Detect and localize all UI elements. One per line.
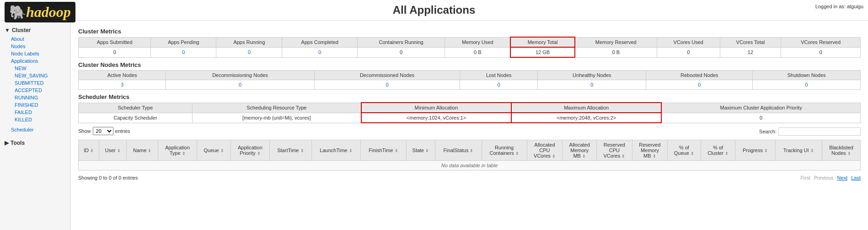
sort-trackingui-icon: ⇕ [810,148,814,153]
col-decommissioned-nodes: Decommissioned Nodes [314,71,460,80]
scheduler-metrics-title: Scheduler Metrics [78,93,861,100]
cluster-section-title[interactable]: ▼ Cluster [0,25,70,35]
val-apps-pending: 0 [151,47,216,57]
col-apps-completed: Apps Completed [282,37,358,47]
show-entries-row: Show 10 20 50 100 entries [78,127,130,135]
val-maximum-allocation: <memory:2048, vCores:2> [511,113,661,123]
scheduler-metrics-table: Scheduler Type Scheduling Resource Type … [78,102,861,123]
search-row: Search: [759,127,861,136]
sidebar-item-finished[interactable]: FINISHED [7,101,70,109]
rebooted-nodes-link[interactable]: 0 [698,82,701,88]
val-minimum-allocation: <memory:1024, vCores:1> [361,113,511,123]
apps-running-link[interactable]: 0 [248,49,251,55]
search-input[interactable] [778,127,861,136]
sort-user-icon: ⇕ [117,148,121,153]
val-unhealthy-nodes: 0 [538,80,646,90]
sort-name-icon: ⇕ [148,148,151,153]
next-page-link[interactable]: Next [837,175,848,181]
showing-text: Showing 0 to 0 of 0 entries [78,175,138,181]
sidebar-item-new-saving[interactable]: NEW_SAVING [7,72,70,79]
th-allocated-memory: AllocatedMemoryMB ⇕ [563,140,597,161]
elephant-icon: 🐘 [9,4,26,20]
col-memory-total: Memory Total [510,37,574,47]
sidebar-item-applications[interactable]: Applications [7,57,70,65]
col-shutdown-nodes: Shutdown Nodes [753,71,861,80]
col-scheduler-type: Scheduler Type [79,103,193,113]
shutdown-nodes-link[interactable]: 0 [805,82,808,88]
main-layout: ▼ Cluster About Nodes Node Labels Applic… [0,21,868,230]
sidebar-item-failed[interactable]: FAILED [7,109,70,116]
sidebar-item-about[interactable]: About [7,35,70,43]
sidebar-item-running[interactable]: RUNNING [7,94,70,101]
tools-section: ▶ Tools [0,138,70,148]
decommissioned-link[interactable]: 0 [386,82,388,88]
col-lost-nodes: Lost Nodes [460,71,538,80]
val-lost-nodes: 0 [460,80,538,90]
sidebar-item-node-labels[interactable]: Node Labels [7,50,70,57]
first-page-link[interactable]: First [800,175,810,181]
col-unhealthy-nodes: Unhealthy Nodes [538,71,646,80]
sort-starttime-icon: ⇕ [300,148,304,153]
sort-pctqueue-icon: ⇕ [691,151,694,156]
sort-id-icon: ⇕ [90,148,94,153]
val-vcores-total: 12 [720,47,781,57]
sidebar-item-nodes[interactable]: Nodes [7,43,70,50]
sidebar-item-scheduler[interactable]: Scheduler [7,126,70,133]
active-nodes-link[interactable]: 3 [121,82,123,88]
val-apps-completed: 0 [282,47,358,57]
th-tracking-ui: Tracking UI ⇕ [775,140,822,161]
col-scheduling-resource-type: Scheduling Resource Type [192,103,361,113]
unhealthy-nodes-link[interactable]: 0 [590,82,593,88]
logo: 🐘 hadoop [5,2,75,22]
sort-launchtime-icon: ⇕ [349,148,353,153]
sort-state-icon: ⇕ [425,148,429,153]
th-allocated-cpu: AllocatedCPUVCores ⇕ [527,140,563,161]
previous-page-link[interactable]: Previous [814,175,834,181]
sidebar-item-killed[interactable]: KILLED [7,116,70,123]
sidebar-item-accepted[interactable]: ACCEPTED [7,87,70,94]
content: Cluster Metrics Apps Submitted Apps Pend… [71,21,868,230]
cluster-section: ▼ Cluster About Nodes Node Labels Applic… [0,25,70,123]
sidebar-item-new[interactable]: NEW [7,65,70,72]
sidebar-item-submitted[interactable]: SUBMITTED [7,79,70,87]
th-running-containers: RunningContainers ⇕ [482,140,527,161]
th-id: ID ⇕ [79,140,99,161]
th-final-status: FinalStatus ⇕ [435,140,482,161]
col-vcores-total: VCores Total [720,37,781,47]
th-finish-time: FinishTime ⇕ [361,140,406,161]
decommissioning-link[interactable]: 0 [239,82,241,88]
hadoop-logo-text: hadoop [26,4,71,21]
col-vcores-reserved: VCores Reserved [781,37,861,47]
tools-section-title[interactable]: ▶ Tools [0,138,70,148]
val-scheduler-type: Capacity Scheduler [79,113,193,123]
th-launch-time: LaunchTime ⇕ [311,140,361,161]
col-apps-running: Apps Running [216,37,282,47]
cluster-metrics-table: Apps Submitted Apps Pending Apps Running… [78,37,861,58]
sort-cpu-icon: ⇕ [552,154,556,159]
th-queue: Queue ⇕ [197,140,230,161]
cluster-label: Cluster [12,27,31,33]
apps-completed-link[interactable]: 0 [318,49,321,55]
entries-suffix: entries [115,128,130,134]
lost-nodes-link[interactable]: 0 [498,82,500,88]
pagination-links: First Previous Next Last [800,175,861,181]
last-page-link[interactable]: Last [851,175,861,181]
entries-select[interactable]: 10 20 50 100 [93,127,113,135]
col-minimum-allocation: Minimum Allocation [361,103,511,113]
th-progress: Progress ⇕ [735,140,775,161]
th-name: Name ⇕ [127,140,158,161]
val-apps-running: 0 [216,47,282,57]
col-vcores-used: VCores Used [657,37,720,47]
show-label: Show [78,128,91,134]
sort-pctcluster-icon: ⇕ [725,151,729,156]
no-data-message: No data available in table [79,161,861,170]
th-pct-queue: % ofQueue ⇕ [667,140,701,161]
sort-rescpu-icon: ⇕ [622,154,625,159]
logged-in-label: Logged in as: atguigu [815,4,863,9]
apps-pending-link[interactable]: 0 [182,49,185,55]
col-memory-used: Memory Used [445,37,511,47]
pagination-row: Showing 0 to 0 of 0 entries First Previo… [78,173,861,182]
val-memory-used: 0 B [445,47,511,57]
val-vcores-reserved: 0 [781,47,861,57]
sidebar: ▼ Cluster About Nodes Node Labels Applic… [0,21,71,230]
